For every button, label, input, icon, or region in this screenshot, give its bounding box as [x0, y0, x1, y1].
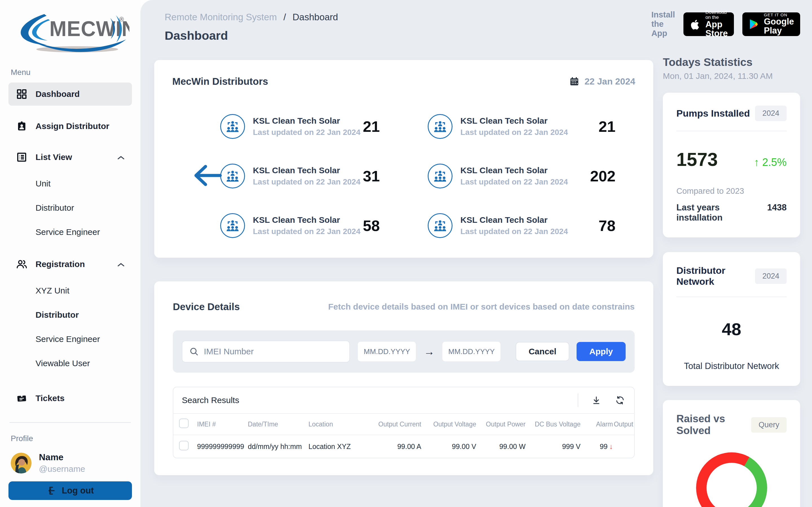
- distributor-count: 58: [363, 217, 380, 234]
- cell-dc-bus-voltage: 999 V: [525, 443, 580, 451]
- profile-username: @username: [39, 464, 85, 474]
- network-value: 48: [676, 319, 786, 339]
- sidebar-item-list-view[interactable]: List View: [8, 146, 132, 169]
- table-row[interactable]: 999999999999 dd/mm/yy hh:mm Location XYZ…: [173, 435, 634, 458]
- network-card-title: Distributor Network: [676, 265, 755, 287]
- up-arrow-icon: ↑: [754, 156, 762, 168]
- date-to-input[interactable]: [442, 341, 501, 362]
- grid-icon: [16, 88, 28, 100]
- google-play-badge[interactable]: GET IT ON Google Play: [742, 12, 800, 36]
- distributor-row[interactable]: KSL Clean Tech Solar Last updated on 22 …: [428, 114, 615, 139]
- logout-button[interactable]: Log out: [8, 482, 132, 500]
- distributors-date[interactable]: 22 Jan 2024: [569, 76, 635, 87]
- year-badge[interactable]: 2024: [755, 269, 786, 284]
- column-header[interactable]: Location: [308, 420, 366, 428]
- select-all-checkbox[interactable]: [179, 418, 189, 428]
- id-badge-icon: [16, 120, 28, 132]
- logout-label: Log out: [62, 486, 94, 496]
- people-icon: [16, 258, 28, 270]
- imei-search-box[interactable]: [182, 341, 350, 362]
- apply-button[interactable]: Apply: [576, 342, 626, 361]
- sidebar-item-registration[interactable]: Registration: [8, 252, 132, 276]
- last-year-label: Last years installation: [676, 203, 767, 223]
- sidebar: MECWIN ® Menu Dashboard: [0, 0, 140, 507]
- sidebar-subitem-xyz-unit[interactable]: XYZ Unit: [8, 279, 132, 303]
- cell-alarm: 99: [600, 443, 608, 450]
- cell-output-frequency: 99.00 A: [613, 443, 635, 451]
- search-icon: [189, 347, 199, 356]
- device-filter-bar: → Cancel Apply: [173, 330, 635, 373]
- distributor-row[interactable]: KSL Clean Tech Solar Last updated on 22 …: [428, 164, 615, 188]
- refresh-icon[interactable]: [614, 395, 626, 406]
- query-badge[interactable]: Query: [751, 417, 786, 433]
- last-year-value: 1438: [767, 203, 786, 223]
- download-icon[interactable]: [591, 395, 602, 406]
- sidebar-item-label: Tickets: [36, 393, 64, 403]
- cell-output-power: 99.00 W: [476, 443, 525, 451]
- column-header[interactable]: DC Bus Voltage: [525, 420, 580, 428]
- list-icon: [16, 151, 28, 163]
- sidebar-subitem-viewable-user[interactable]: Viewable User: [8, 351, 132, 376]
- distributor-row[interactable]: KSL Clean Tech Solar Last updated on 22 …: [428, 213, 615, 238]
- date-from-input[interactable]: [357, 341, 416, 362]
- sidebar-subitem-distributor[interactable]: Distributor: [8, 196, 132, 220]
- distributor-row[interactable]: KSL Clean Tech Solar Last updated on 22 …: [220, 114, 380, 139]
- pumps-installed-card: Pumps Installed 2024 1573 ↑ 2.5% Compare…: [663, 93, 800, 237]
- cell-output-current: 99.00 A: [366, 443, 421, 451]
- distributor-network-icon: [220, 213, 245, 238]
- sidebar-item-dashboard[interactable]: Dashboard: [8, 82, 132, 106]
- chevron-up-icon[interactable]: [117, 260, 124, 269]
- install-app-label: Install the App: [651, 10, 675, 38]
- device-details-subtitle: Fetch device details based on IMEI or so…: [328, 302, 635, 312]
- column-header[interactable]: Date/TIme: [248, 420, 308, 428]
- column-header[interactable]: Output Current: [366, 420, 421, 428]
- sidebar-item-label: Registration: [36, 260, 85, 269]
- list-view-submenu: Unit Distributor Service Engineer: [8, 172, 132, 244]
- distributor-count: 31: [363, 167, 380, 185]
- distributor-row[interactable]: KSL Clean Tech Solar Last updated on 22 …: [220, 164, 380, 188]
- results-header-row: IMEI # Date/TIme Location Output Current…: [173, 413, 634, 435]
- distributor-updated: Last updated on 22 Jan 2024: [460, 128, 568, 137]
- pumps-value: 1573: [676, 149, 718, 170]
- cancel-button[interactable]: Cancel: [516, 342, 569, 361]
- device-details-title: Device Details: [173, 301, 240, 313]
- app-window: MECWIN ® Menu Dashboard: [0, 0, 812, 507]
- sidebar-subitem-distributor[interactable]: Distributor: [8, 303, 132, 327]
- column-header[interactable]: Output Frequency: [613, 420, 635, 428]
- sidebar-item-assign-distributor[interactable]: Assign Distributor: [8, 115, 132, 138]
- row-checkbox[interactable]: [179, 441, 189, 450]
- raised-solved-donut-chart: [696, 452, 767, 507]
- sidebar-subitem-unit[interactable]: Unit: [8, 172, 132, 196]
- distributor-network-icon: [220, 164, 245, 188]
- distributor-network-icon: [428, 213, 453, 238]
- imei-input[interactable]: [204, 347, 343, 356]
- calendar-icon: [569, 76, 579, 87]
- search-results-panel: Search Results: [173, 387, 635, 458]
- sidebar-subitem-service-engineer[interactable]: Service Engineer: [8, 220, 132, 244]
- distributor-name: KSL Clean Tech Solar: [460, 116, 568, 126]
- sidebar-subitem-service-engineer[interactable]: Service Engineer: [8, 327, 132, 351]
- column-header[interactable]: Alarm: [580, 420, 613, 428]
- distributor-updated: Last updated on 22 Jan 2024: [253, 177, 360, 186]
- profile-section-label: Profile: [11, 434, 132, 443]
- main-column: Remote Monitoring System / Dashboard Das…: [140, 0, 663, 507]
- cell-imei: 999999999999: [197, 443, 248, 451]
- breadcrumb-separator: /: [283, 12, 286, 22]
- googleplay-line2: Google Play: [764, 17, 794, 36]
- breadcrumb-root[interactable]: Remote Monitoring System: [165, 12, 277, 22]
- ticket-icon: [16, 392, 28, 404]
- sidebar-divider: [10, 422, 131, 423]
- sidebar-item-tickets[interactable]: Tickets: [8, 387, 132, 410]
- profile-name: Name: [39, 452, 85, 462]
- app-store-badge[interactable]: Download on the App Store: [683, 12, 734, 36]
- column-header[interactable]: Output Voltage: [421, 420, 476, 428]
- raised-vs-solved-card: Raised vs Solved Query Query Solved 50% …: [663, 400, 800, 507]
- column-header[interactable]: Output Power: [476, 420, 525, 428]
- chevron-up-icon[interactable]: [117, 152, 124, 162]
- year-badge[interactable]: 2024: [755, 106, 786, 121]
- carousel-back-arrow-icon[interactable]: [192, 164, 223, 188]
- distributor-row[interactable]: KSL Clean Tech Solar Last updated on 22 …: [220, 213, 380, 238]
- column-header[interactable]: IMEI #: [197, 420, 248, 428]
- registration-submenu: XYZ Unit Distributor Service Engineer Vi…: [8, 279, 132, 376]
- profile-row[interactable]: Name @username: [8, 452, 132, 474]
